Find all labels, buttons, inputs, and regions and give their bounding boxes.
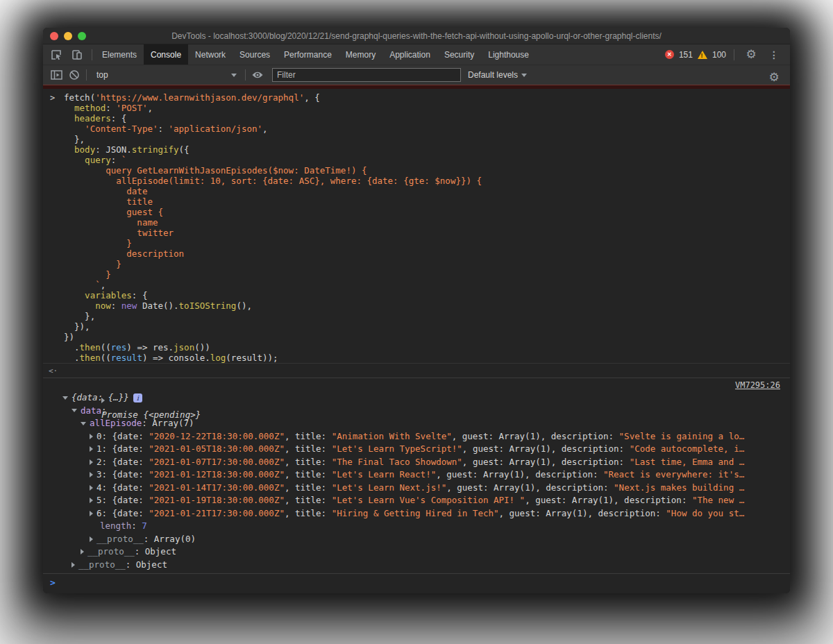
code-token: "2021-01-05T18:30:00.000Z" (149, 443, 285, 454)
tree-row[interactable]: 1: {date: "2021-01-05T18:30:00.000Z", ti… (43, 443, 790, 456)
triangle-collapsed-icon[interactable] (81, 549, 84, 554)
tree-row[interactable]: 4: {date: "2021-01-14T17:30:00.000Z", ti… (43, 482, 790, 495)
tree-row[interactable]: {data: {…}}i (43, 391, 790, 405)
code-token: toISOString (179, 300, 237, 311)
code-token: fetch( (64, 92, 95, 103)
window-title: DevTools - localhost:3000/blog/2020/12/2… (171, 31, 662, 41)
tree-row[interactable]: 2: {date: "2021-01-07T17:30:00.000Z", ti… (43, 456, 790, 469)
source-link[interactable]: VM7295:26 (735, 380, 780, 390)
code-token: : Object (135, 546, 176, 557)
code-token: "Let's Learn TypeScript!" (332, 443, 462, 454)
toolbar-divider-1 (86, 69, 87, 80)
tab-application[interactable]: Application (382, 44, 437, 65)
code-line: }, (64, 134, 790, 144)
inspect-element-icon[interactable] (47, 46, 65, 63)
tree-row[interactable]: __proto__: Object (43, 559, 790, 572)
triangle-collapsed-icon[interactable] (90, 511, 93, 516)
tabbar-divider (92, 49, 92, 60)
code-token: headers (74, 113, 111, 124)
console-messages-area[interactable]: > fetch('https://www.learnwithjason.dev/… (43, 89, 790, 593)
live-expression-eye-icon[interactable] (249, 67, 267, 83)
triangle-collapsed-icon[interactable] (90, 472, 93, 477)
code-token: "2021-01-14T17:30:00.000Z" (149, 482, 285, 493)
tree-row[interactable]: 5: {date: "2021-01-19T18:30:00.000Z", ti… (43, 494, 790, 507)
tab-memory[interactable]: Memory (339, 44, 382, 65)
zoom-window-button[interactable] (78, 32, 86, 40)
tab-console[interactable]: Console (144, 44, 188, 65)
code-line: query GetLearnWithJasonEpisodes($now: Da… (64, 165, 790, 176)
warning-count-icon[interactable] (698, 51, 707, 59)
code-token: , guest: Array(1), description: (499, 508, 666, 518)
code-token: json (174, 342, 194, 353)
triangle-collapsed-icon[interactable] (90, 498, 93, 503)
more-options-icon[interactable]: ⋮ (765, 46, 783, 63)
close-window-button[interactable] (50, 32, 58, 40)
tree-row[interactable]: __proto__: Object (43, 545, 790, 559)
settings-gear-icon[interactable]: ⚙ (742, 46, 760, 63)
input-prompt-chevron: > (50, 93, 55, 103)
triangle-collapsed-icon[interactable] (90, 485, 93, 491)
warning-count[interactable]: 100 (712, 50, 726, 60)
code-token: }), (64, 321, 90, 332)
tree-row[interactable]: 3: {date: "2021-01-12T18:30:00.000Z", ti… (43, 468, 790, 482)
code-token: 5: {date: (96, 495, 149, 505)
code-token: res (111, 342, 127, 353)
chevron-down-icon (231, 74, 237, 77)
tree-row[interactable]: 6: {date: "2021-01-21T17:30:00.000Z", ti… (43, 507, 790, 520)
code-token: "2021-01-21T17:30:00.000Z" (149, 508, 285, 518)
triangle-collapsed-icon[interactable] (101, 398, 105, 403)
console-sidebar-icon[interactable] (47, 67, 65, 83)
code-token: 'Content-Type' (85, 124, 158, 134)
code-token: 6: {date: (96, 508, 149, 518)
code-token: "Last time, Emma and … (630, 457, 745, 467)
code-token: 2: {date: (96, 457, 149, 467)
code-token: . (64, 353, 80, 363)
code-token: log (210, 353, 226, 363)
code-token: query (85, 155, 111, 165)
tab-elements[interactable]: Elements (95, 44, 144, 65)
console-prompt-row[interactable]: > (43, 574, 790, 592)
code-token: "The new … (692, 495, 744, 505)
tab-network[interactable]: Network (188, 44, 233, 65)
code-line: fetch('https://www.learnwithjason.dev/gr… (64, 92, 790, 103)
triangle-collapsed-icon[interactable] (71, 562, 75, 568)
tab-lighthouse[interactable]: Lighthouse (481, 44, 536, 65)
triangle-collapsed-icon[interactable] (90, 536, 93, 542)
evaluated-value-info-badge[interactable]: i (133, 393, 142, 402)
code-token: title (64, 196, 153, 207)
tabbar-right-cluster: 151 100 ⚙ ⋮ (665, 44, 790, 65)
code-token (64, 144, 74, 155)
triangle-collapsed-icon[interactable] (90, 446, 93, 452)
code-token: "Let's Learn Next.js!" (332, 482, 447, 493)
clear-console-icon[interactable] (65, 67, 83, 83)
minimize-window-button[interactable] (64, 32, 72, 40)
tab-sources[interactable]: Sources (233, 44, 277, 65)
code-token: . (64, 342, 80, 353)
code-line: }, (64, 311, 790, 321)
execution-context-selector[interactable]: top (90, 67, 242, 83)
triangle-collapsed-icon[interactable] (90, 459, 93, 465)
code-token: , title: (285, 495, 332, 505)
code-token: 4: {date: (96, 482, 149, 493)
code-line: name (64, 217, 790, 228)
tab-security[interactable]: Security (437, 44, 481, 65)
code-line: 'Content-Type': 'application/json', (64, 124, 790, 134)
tree-row[interactable]: __proto__: Array(0) (43, 533, 790, 546)
code-token: __proto__ (78, 559, 126, 570)
code-token: , guest: Array(1), description: (462, 443, 630, 454)
code-token: } (64, 269, 111, 280)
code-token: __proto__ (87, 546, 135, 557)
log-levels-selector[interactable]: Default levels (468, 70, 527, 80)
filter-input[interactable] (272, 68, 461, 82)
console-prompt-chevron: > (50, 577, 56, 588)
error-count-icon[interactable] (665, 50, 674, 59)
console-settings-gear-icon[interactable]: ⚙ (765, 69, 783, 85)
error-count[interactable]: 151 (679, 50, 693, 60)
code-token: then (80, 353, 101, 363)
tree-row[interactable]: 0: {date: "2020-12-22T18:30:00.000Z", ti… (43, 430, 790, 443)
code-token (64, 155, 85, 165)
code-token: "Svelte is gaining a lo… (619, 431, 745, 441)
device-toolbar-icon[interactable] (68, 46, 86, 63)
code-token: (( (101, 342, 111, 353)
tab-performance[interactable]: Performance (277, 44, 339, 65)
